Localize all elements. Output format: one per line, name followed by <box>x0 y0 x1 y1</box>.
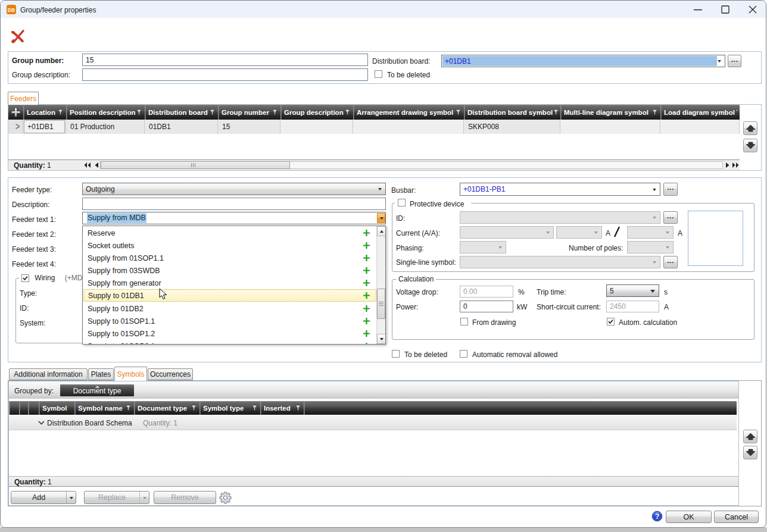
svg-text:?: ? <box>655 512 660 521</box>
svg-text:DB: DB <box>8 7 15 13</box>
